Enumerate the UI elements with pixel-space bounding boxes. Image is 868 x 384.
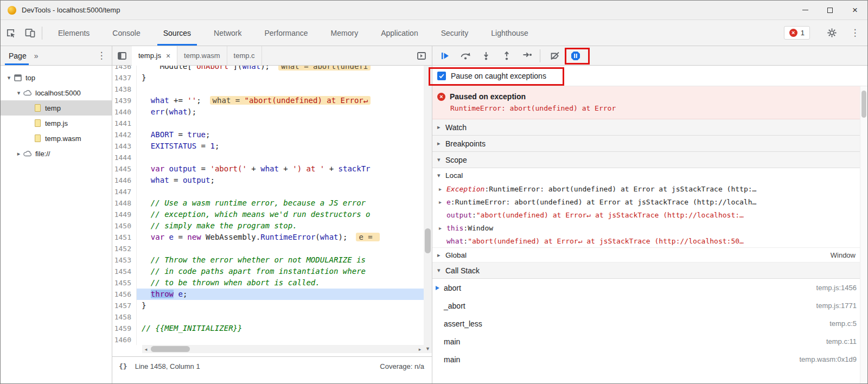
code-line-content[interactable]: what = output;: [137, 175, 424, 186]
debugger-scrollbar[interactable]: [860, 86, 867, 383]
step-into-button[interactable]: [476, 46, 496, 66]
code-line-content[interactable]: // to be thrown when abort is called.: [137, 277, 424, 289]
code-line-content[interactable]: // exception, which means we'd run destr…: [137, 209, 424, 220]
chevron-right-icon[interactable]: ▸: [15, 150, 23, 157]
line-number[interactable]: 1457: [112, 300, 137, 311]
scope-entry-this[interactable]: ▸this: Window: [432, 221, 867, 234]
minimize-button[interactable]: [793, 1, 818, 20]
code-line-content[interactable]: // {{MEM_INITIALIZER}}: [137, 323, 424, 334]
line-number[interactable]: 1445: [112, 163, 137, 175]
close-button[interactable]: ×: [843, 1, 867, 20]
line-number[interactable]: 1449: [112, 209, 137, 220]
watch-section-header[interactable]: ▸ Watch: [432, 119, 867, 136]
line-number[interactable]: 1439: [112, 95, 137, 106]
line-number[interactable]: 1456: [112, 289, 137, 300]
code-line-content[interactable]: EXITSTATUS = 1;: [137, 140, 424, 152]
call-stack-frame-_abort[interactable]: _aborttemp.js:1771: [432, 297, 867, 315]
code-line-content[interactable]: [137, 334, 424, 345]
line-number[interactable]: 1444: [112, 152, 137, 163]
editor-tab-temp-wasm[interactable]: temp.wasm: [177, 46, 227, 65]
toggle-device-toolbar-button[interactable]: [20, 23, 40, 43]
call-stack-frame-main[interactable]: maintemp.wasm:0x1d9: [432, 350, 867, 368]
open-file-button[interactable]: [411, 46, 432, 65]
code-line-content[interactable]: err(what);: [137, 106, 424, 118]
line-number[interactable]: 1460: [112, 334, 137, 345]
tab-performance[interactable]: Performance: [253, 20, 319, 46]
tab-elements[interactable]: Elements: [47, 20, 101, 46]
editor-horizontal-scrollbar[interactable]: ◂ ▸: [142, 345, 424, 353]
call-stack-frame-main[interactable]: maintemp.c:11: [432, 332, 867, 350]
call-stack-frame-abort[interactable]: aborttemp.js:1456: [432, 279, 867, 297]
code-line-content[interactable]: Module['onAbort'](what);what = abort(und…: [137, 66, 424, 72]
code-line-content[interactable]: }: [137, 72, 424, 84]
scroll-down-icon[interactable]: ▼: [424, 346, 432, 351]
editor-tab-temp-c[interactable]: temp.c: [227, 46, 262, 65]
line-number[interactable]: 1441: [112, 118, 137, 129]
tree-item-temp-js[interactable]: temp.js: [1, 116, 112, 131]
step-out-button[interactable]: [496, 46, 517, 66]
code-line-content[interactable]: // Throw the error whether or not MODULA…: [137, 254, 424, 266]
scope-local-row[interactable]: ▾ Local: [432, 168, 867, 182]
toggle-navigator-button[interactable]: [112, 46, 132, 65]
vertical-scroll-thumb[interactable]: [425, 228, 431, 253]
scroll-left-icon[interactable]: ◂: [142, 347, 150, 352]
line-number[interactable]: 1452: [112, 243, 137, 254]
tree-item-file-[interactable]: ▸file://: [1, 146, 112, 161]
line-number[interactable]: 1437: [112, 72, 137, 84]
code-line-content[interactable]: var e = new WebAssembly.RuntimeError(wha…: [137, 232, 424, 243]
call-stack-frame-assert_less[interactable]: assert_lesstemp.c:5: [432, 315, 867, 332]
step-over-button[interactable]: [455, 46, 476, 66]
expand-arrow-icon[interactable]: ▸: [439, 199, 446, 205]
tab-lighthouse[interactable]: Lighthouse: [480, 20, 540, 46]
line-number[interactable]: 1440: [112, 106, 137, 118]
code-line-content[interactable]: [137, 243, 424, 254]
code-line-content[interactable]: [137, 311, 424, 323]
line-number[interactable]: 1436: [112, 66, 137, 72]
line-number[interactable]: 1443: [112, 140, 137, 152]
console-error-badge[interactable]: × 1: [784, 26, 810, 40]
code-line-content[interactable]: // Use a wasm runtime error, because a J…: [137, 197, 424, 209]
line-number[interactable]: 1442: [112, 129, 137, 140]
tree-item-top[interactable]: ▾top: [1, 70, 112, 85]
more-tabs-icon[interactable]: »: [31, 52, 42, 60]
more-options-button[interactable]: ⋮: [848, 27, 862, 39]
deactivate-breakpoints-button[interactable]: [545, 46, 565, 66]
settings-button[interactable]: [822, 23, 841, 43]
line-number[interactable]: 1453: [112, 254, 137, 266]
pause-on-caught-exceptions-checkbox[interactable]: [437, 72, 446, 80]
scope-section-header[interactable]: ▾ Scope: [432, 152, 867, 168]
expand-arrow-icon[interactable]: ▸: [439, 225, 446, 231]
tab-network[interactable]: Network: [202, 20, 253, 46]
code-line-content[interactable]: }: [137, 300, 424, 311]
tab-sources[interactable]: Sources: [152, 20, 202, 46]
pretty-print-button[interactable]: {}: [119, 362, 127, 370]
line-number[interactable]: 1455: [112, 277, 137, 289]
scroll-right-icon[interactable]: ▸: [416, 347, 424, 352]
debugger-scroll-thumb[interactable]: [861, 91, 866, 118]
maximize-button[interactable]: [818, 1, 843, 20]
line-number[interactable]: 1448: [112, 197, 137, 209]
code-editor[interactable]: 1436 Module['onAbort'](what);what = abor…: [112, 66, 424, 345]
navigator-more-options-button[interactable]: ⋮: [94, 50, 108, 61]
inspect-element-button[interactable]: [1, 23, 20, 43]
code-line-content[interactable]: [137, 186, 424, 197]
line-number[interactable]: 1451: [112, 232, 137, 243]
editor-vertical-scrollbar[interactable]: ▼: [424, 66, 432, 353]
tree-item-temp[interactable]: temp: [1, 100, 112, 116]
breakpoints-section-header[interactable]: ▸ Breakpoints: [432, 136, 867, 152]
code-line-content[interactable]: // in code paths apart from instantiatio…: [137, 266, 424, 277]
code-line-content[interactable]: [137, 84, 424, 95]
tab-security[interactable]: Security: [430, 20, 480, 46]
code-line-content[interactable]: [137, 152, 424, 163]
line-number[interactable]: 1438: [112, 84, 137, 95]
line-number[interactable]: 1458: [112, 311, 137, 323]
code-line-content[interactable]: what += '';what = "abort(undefined) at E…: [137, 95, 424, 106]
code-line-content[interactable]: // simply make the program stop.: [137, 220, 424, 232]
tab-page[interactable]: Page: [1, 46, 31, 65]
resume-button[interactable]: [435, 46, 455, 66]
scope-global-row[interactable]: ▸ Global Window: [432, 247, 867, 263]
tree-item-temp-wasm[interactable]: temp.wasm: [1, 131, 112, 146]
line-number[interactable]: 1454: [112, 266, 137, 277]
tab-application[interactable]: Application: [369, 20, 430, 46]
code-line-content[interactable]: var output = 'abort(' + what + ') at ' +…: [137, 163, 424, 175]
